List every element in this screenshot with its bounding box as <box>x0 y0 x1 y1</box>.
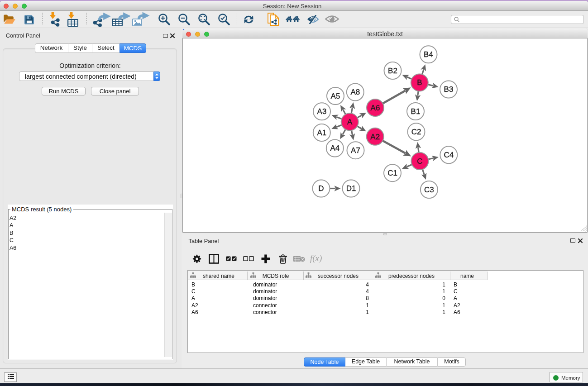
svg-text:A7: A7 <box>351 146 360 155</box>
svg-text:A1: A1 <box>317 129 326 137</box>
svg-text:D: D <box>318 184 324 193</box>
svg-text:B4: B4 <box>424 50 433 59</box>
svg-text:B2: B2 <box>388 67 397 75</box>
svg-text:A2: A2 <box>370 133 380 141</box>
svg-text:A: A <box>347 118 353 126</box>
svg-text:B: B <box>417 78 422 87</box>
svg-text:A4: A4 <box>330 144 339 152</box>
svg-text:C4: C4 <box>444 151 454 159</box>
svg-text:A8: A8 <box>350 88 360 96</box>
svg-text:B1: B1 <box>411 107 421 116</box>
svg-text:D1: D1 <box>346 184 356 193</box>
svg-text:B3: B3 <box>444 85 454 94</box>
svg-text:C1: C1 <box>387 169 397 177</box>
svg-text:A6: A6 <box>371 104 380 112</box>
svg-text:C2: C2 <box>411 128 421 136</box>
svg-text:C: C <box>417 157 422 166</box>
svg-text:A5: A5 <box>331 92 340 100</box>
svg-text:A3: A3 <box>317 107 327 116</box>
svg-text:C3: C3 <box>424 186 434 194</box>
